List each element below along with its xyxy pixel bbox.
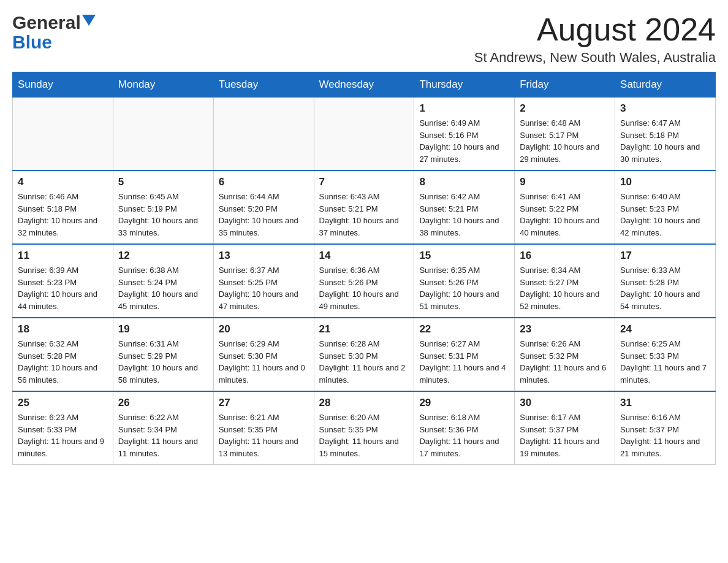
day-info: Sunrise: 6:36 AMSunset: 5:26 PMDaylight:… [319,264,409,312]
calendar-week-row: 4Sunrise: 6:46 AMSunset: 5:18 PMDaylight… [13,170,716,244]
day-number: 16 [520,250,610,262]
calendar-cell [314,98,414,171]
logo: General Blue [12,12,96,53]
logo-triangle-icon [82,15,96,28]
svg-marker-0 [82,15,96,26]
calendar-cell: 21Sunrise: 6:28 AMSunset: 5:30 PMDayligh… [314,318,414,391]
day-number: 21 [319,323,409,335]
calendar-cell: 28Sunrise: 6:20 AMSunset: 5:35 PMDayligh… [314,391,414,465]
day-number: 1 [419,102,509,115]
day-number: 15 [419,250,509,262]
day-info: Sunrise: 6:17 AMSunset: 5:37 PMDaylight:… [520,412,610,459]
calendar-cell: 17Sunrise: 6:33 AMSunset: 5:28 PMDayligh… [615,244,716,318]
calendar-cell: 22Sunrise: 6:27 AMSunset: 5:31 PMDayligh… [414,318,515,391]
day-number: 29 [419,397,509,409]
day-number: 13 [219,250,309,262]
day-info: Sunrise: 6:38 AMSunset: 5:24 PMDaylight:… [118,264,208,312]
day-number: 31 [620,397,710,409]
day-info: Sunrise: 6:27 AMSunset: 5:31 PMDaylight:… [419,338,509,386]
calendar-cell: 9Sunrise: 6:41 AMSunset: 5:22 PMDaylight… [515,170,615,244]
calendar-cell: 2Sunrise: 6:48 AMSunset: 5:17 PMDaylight… [515,98,615,171]
calendar-week-row: 1Sunrise: 6:49 AMSunset: 5:16 PMDaylight… [13,98,716,171]
day-info: Sunrise: 6:33 AMSunset: 5:28 PMDaylight:… [620,264,710,312]
day-info: Sunrise: 6:37 AMSunset: 5:25 PMDaylight:… [219,264,309,312]
day-info: Sunrise: 6:16 AMSunset: 5:37 PMDaylight:… [620,412,710,459]
calendar-table: SundayMondayTuesdayWednesdayThursdayFrid… [12,72,716,465]
day-number: 14 [319,250,409,262]
day-number: 19 [118,323,208,335]
day-info: Sunrise: 6:48 AMSunset: 5:17 PMDaylight:… [520,117,610,165]
calendar-week-row: 25Sunrise: 6:23 AMSunset: 5:33 PMDayligh… [13,391,716,465]
day-number: 6 [219,176,309,188]
calendar-cell: 15Sunrise: 6:35 AMSunset: 5:26 PMDayligh… [414,244,515,318]
calendar-cell: 23Sunrise: 6:26 AMSunset: 5:32 PMDayligh… [515,318,615,391]
calendar-header-friday: Friday [515,72,615,98]
day-info: Sunrise: 6:46 AMSunset: 5:18 PMDaylight:… [18,191,108,239]
calendar-cell [13,98,113,171]
logo-blue-text: Blue [12,32,52,52]
day-info: Sunrise: 6:28 AMSunset: 5:30 PMDaylight:… [319,338,409,386]
day-number: 17 [620,250,710,262]
calendar-header-sunday: Sunday [13,72,113,98]
calendar-cell: 26Sunrise: 6:22 AMSunset: 5:34 PMDayligh… [113,391,213,465]
calendar-cell: 11Sunrise: 6:39 AMSunset: 5:23 PMDayligh… [13,244,113,318]
day-info: Sunrise: 6:45 AMSunset: 5:19 PMDaylight:… [118,191,208,239]
calendar-cell: 31Sunrise: 6:16 AMSunset: 5:37 PMDayligh… [615,391,716,465]
day-info: Sunrise: 6:44 AMSunset: 5:20 PMDaylight:… [219,191,309,239]
calendar-cell: 20Sunrise: 6:29 AMSunset: 5:30 PMDayligh… [213,318,314,391]
day-info: Sunrise: 6:29 AMSunset: 5:30 PMDaylight:… [219,338,309,386]
calendar-cell: 30Sunrise: 6:17 AMSunset: 5:37 PMDayligh… [515,391,615,465]
day-info: Sunrise: 6:22 AMSunset: 5:34 PMDaylight:… [118,412,208,459]
day-number: 2 [520,102,610,115]
day-number: 28 [319,397,409,409]
day-number: 24 [620,323,710,335]
calendar-header-monday: Monday [113,72,213,98]
day-info: Sunrise: 6:35 AMSunset: 5:26 PMDaylight:… [419,264,509,312]
calendar-cell: 4Sunrise: 6:46 AMSunset: 5:18 PMDaylight… [13,170,113,244]
calendar-header-thursday: Thursday [414,72,515,98]
calendar-cell: 14Sunrise: 6:36 AMSunset: 5:26 PMDayligh… [314,244,414,318]
calendar-cell: 12Sunrise: 6:38 AMSunset: 5:24 PMDayligh… [113,244,213,318]
day-info: Sunrise: 6:40 AMSunset: 5:23 PMDaylight:… [620,191,710,239]
day-number: 22 [419,323,509,335]
day-number: 23 [520,323,610,335]
calendar-cell: 29Sunrise: 6:18 AMSunset: 5:36 PMDayligh… [414,391,515,465]
day-info: Sunrise: 6:23 AMSunset: 5:33 PMDaylight:… [18,412,108,459]
day-number: 3 [620,102,710,115]
day-info: Sunrise: 6:18 AMSunset: 5:36 PMDaylight:… [419,412,509,459]
calendar-cell: 25Sunrise: 6:23 AMSunset: 5:33 PMDayligh… [13,391,113,465]
calendar-cell: 24Sunrise: 6:25 AMSunset: 5:33 PMDayligh… [615,318,716,391]
calendar-week-row: 11Sunrise: 6:39 AMSunset: 5:23 PMDayligh… [13,244,716,318]
day-info: Sunrise: 6:39 AMSunset: 5:23 PMDaylight:… [18,264,108,312]
day-number: 8 [419,176,509,188]
day-info: Sunrise: 6:32 AMSunset: 5:28 PMDaylight:… [18,338,108,386]
calendar-header-wednesday: Wednesday [314,72,414,98]
day-number: 7 [319,176,409,188]
day-info: Sunrise: 6:26 AMSunset: 5:32 PMDaylight:… [520,338,610,386]
day-info: Sunrise: 6:20 AMSunset: 5:35 PMDaylight:… [319,412,409,459]
month-title: August 2024 [474,12,716,47]
calendar-cell [213,98,314,171]
calendar-cell: 3Sunrise: 6:47 AMSunset: 5:18 PMDaylight… [615,98,716,171]
day-info: Sunrise: 6:43 AMSunset: 5:21 PMDaylight:… [319,191,409,239]
calendar-cell [113,98,213,171]
calendar-week-row: 18Sunrise: 6:32 AMSunset: 5:28 PMDayligh… [13,318,716,391]
calendar-cell: 8Sunrise: 6:42 AMSunset: 5:21 PMDaylight… [414,170,515,244]
calendar-cell: 10Sunrise: 6:40 AMSunset: 5:23 PMDayligh… [615,170,716,244]
day-info: Sunrise: 6:42 AMSunset: 5:21 PMDaylight:… [419,191,509,239]
day-number: 25 [18,397,108,409]
calendar-cell: 27Sunrise: 6:21 AMSunset: 5:35 PMDayligh… [213,391,314,465]
day-number: 27 [219,397,309,409]
day-number: 12 [118,250,208,262]
day-number: 26 [118,397,208,409]
logo-general-text: General [12,12,81,33]
day-info: Sunrise: 6:47 AMSunset: 5:18 PMDaylight:… [620,117,710,165]
calendar-cell: 6Sunrise: 6:44 AMSunset: 5:20 PMDaylight… [213,170,314,244]
calendar-cell: 1Sunrise: 6:49 AMSunset: 5:16 PMDaylight… [414,98,515,171]
day-info: Sunrise: 6:31 AMSunset: 5:29 PMDaylight:… [118,338,208,386]
day-info: Sunrise: 6:49 AMSunset: 5:16 PMDaylight:… [419,117,509,165]
day-number: 18 [18,323,108,335]
calendar-cell: 13Sunrise: 6:37 AMSunset: 5:25 PMDayligh… [213,244,314,318]
calendar-cell: 7Sunrise: 6:43 AMSunset: 5:21 PMDaylight… [314,170,414,244]
day-info: Sunrise: 6:34 AMSunset: 5:27 PMDaylight:… [520,264,610,312]
